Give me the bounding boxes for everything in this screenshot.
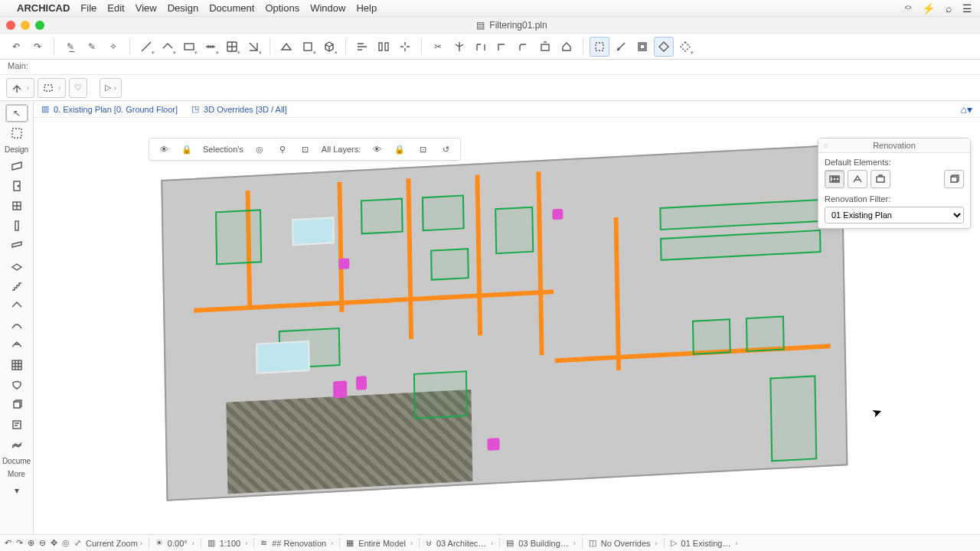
renovation-filter-select[interactable]: 01 Existing Plan (825, 207, 964, 223)
undo-button[interactable]: ↶ (6, 37, 26, 57)
pan-button[interactable]: ✥ (51, 538, 57, 548)
crumb-existing[interactable]: 01 Existing… (681, 539, 731, 548)
explode-button[interactable] (395, 37, 415, 57)
pen-button[interactable]: ✎ (82, 37, 102, 57)
trim-button[interactable]: ✂ (428, 37, 448, 57)
app-name[interactable]: ARCHICAD (17, 2, 70, 14)
align-button[interactable] (352, 37, 372, 57)
fit-button[interactable]: ⤢ (74, 538, 81, 548)
menu-view[interactable]: View (136, 2, 157, 14)
trace-button[interactable] (654, 37, 674, 57)
mode-selection[interactable]: › (38, 78, 66, 98)
resize-button[interactable] (535, 37, 555, 57)
measure-button[interactable] (611, 37, 631, 57)
curtainwall-tool[interactable] (5, 356, 28, 374)
control-center-icon[interactable]: ☰ (962, 2, 972, 15)
snap-button[interactable] (158, 37, 178, 57)
shade-button[interactable] (243, 37, 263, 57)
renovation-panel-title[interactable]: Renovation (818, 139, 970, 153)
slab-tool[interactable] (5, 256, 28, 275)
marquee-tool[interactable] (5, 124, 28, 142)
zoom-window-button[interactable] (35, 21, 44, 30)
crumb-model[interactable]: Entire Model (358, 539, 406, 548)
window-tool[interactable] (5, 197, 28, 215)
zoom-out-button[interactable]: ⊖ (39, 538, 46, 548)
more-chevron[interactable]: ▾ (5, 481, 28, 500)
column-tool[interactable] (5, 217, 28, 235)
stair-tool[interactable] (5, 276, 28, 295)
override-icon[interactable]: ◫ (589, 538, 596, 548)
status-demolished-button[interactable] (848, 170, 867, 188)
battery-icon[interactable]: ⚡ (922, 2, 935, 15)
menu-options[interactable]: Options (265, 2, 299, 14)
morph-tool[interactable] (5, 376, 28, 394)
home-view-button[interactable]: ⌂▾ (961, 103, 972, 116)
spotlight-icon[interactable]: ⌕ (946, 2, 952, 15)
status-existing-button[interactable] (825, 170, 844, 188)
mode-favorite[interactable]: ♡ (69, 78, 87, 98)
marquee-button[interactable] (590, 37, 609, 57)
plane-button[interactable] (276, 37, 296, 57)
distribute-button[interactable] (374, 37, 394, 57)
pen-icon[interactable]: ⊍ (426, 538, 432, 548)
mode-geometry[interactable]: › (6, 78, 34, 98)
model-icon[interactable]: ▦ (346, 538, 354, 548)
home-3d-button[interactable] (557, 37, 577, 57)
object-tool[interactable] (5, 396, 28, 414)
filter-icon[interactable]: ▷ (671, 538, 677, 548)
menu-design[interactable]: Design (168, 2, 198, 14)
menu-document[interactable]: Document (209, 2, 254, 14)
mesh-tool[interactable] (5, 435, 28, 454)
status-new-button[interactable] (871, 170, 890, 188)
scale-icon[interactable]: ▥ (207, 538, 215, 548)
menu-window[interactable]: Window (310, 2, 345, 14)
magic-wand-button[interactable]: ✧ (103, 37, 123, 57)
layers-icon[interactable]: ≋ (260, 538, 267, 548)
attributes-button[interactable] (632, 37, 652, 57)
adjust-button[interactable] (471, 37, 491, 57)
menu-edit[interactable]: Edit (107, 2, 124, 14)
trace-ref-button[interactable] (675, 37, 695, 57)
menu-file[interactable]: File (80, 2, 96, 14)
3d-viewport[interactable]: 👁 🔒 Selection's ◎ ⚲ ⊡ All Layers: 👁 🔒 ⊡ … (34, 118, 980, 534)
corner-button[interactable] (492, 37, 512, 57)
minimize-window-button[interactable] (21, 21, 30, 30)
menu-help[interactable]: Help (356, 2, 377, 14)
door-tool[interactable] (5, 177, 28, 195)
crumb-architec[interactable]: 03 Architec… (436, 539, 486, 548)
renovation-panel[interactable]: Renovation Default Elements: Renovation … (818, 138, 971, 229)
ruler-button[interactable] (201, 37, 220, 57)
tab-existing-plan[interactable]: ▥ 0. Existing Plan [0. Ground Floor] (41, 104, 178, 114)
pick-button[interactable]: ✎̲ (60, 37, 80, 57)
roof-tool[interactable] (5, 296, 28, 315)
nav-fwd-button[interactable]: ↷ (16, 538, 23, 548)
tab-3d-overrides[interactable]: ◳ 3D Overrides [3D / All] (191, 104, 287, 114)
redo-button[interactable]: ↷ (28, 37, 47, 57)
crumb-overrides[interactable]: No Overrides (601, 539, 651, 548)
box-button[interactable] (298, 37, 318, 57)
wall-tool[interactable] (5, 157, 28, 175)
layer-button[interactable] (179, 37, 199, 57)
renovation-settings-button[interactable] (944, 170, 964, 188)
fillet-button[interactable] (514, 37, 534, 57)
split-button[interactable] (449, 37, 469, 57)
orbit-button[interactable]: ◎ (62, 538, 70, 548)
grid-button[interactable] (222, 37, 242, 57)
zoom-label[interactable]: Current Zoom › (86, 539, 142, 548)
sun-button[interactable]: ☀ (155, 538, 163, 548)
crumb-building[interactable]: 03 Building… (518, 539, 568, 548)
building-icon[interactable]: ▤ (506, 538, 514, 548)
skylight-tool[interactable] (5, 336, 28, 354)
cube-button[interactable] (319, 37, 339, 57)
scale-value[interactable]: 1:100 (220, 539, 241, 548)
nav-back-button[interactable]: ↶ (5, 538, 11, 548)
beam-tool[interactable] (5, 236, 28, 255)
shell-tool[interactable] (5, 316, 28, 334)
crumb-renovation[interactable]: ## Renovation (272, 539, 326, 548)
wifi-icon[interactable]: ⌔ (905, 2, 911, 15)
zone-tool[interactable] (5, 416, 28, 434)
guideline-button[interactable] (136, 37, 156, 57)
angle-value[interactable]: 0.00° (168, 539, 188, 548)
zoom-in-button[interactable]: ⊕ (28, 538, 34, 548)
close-window-button[interactable] (6, 21, 15, 30)
